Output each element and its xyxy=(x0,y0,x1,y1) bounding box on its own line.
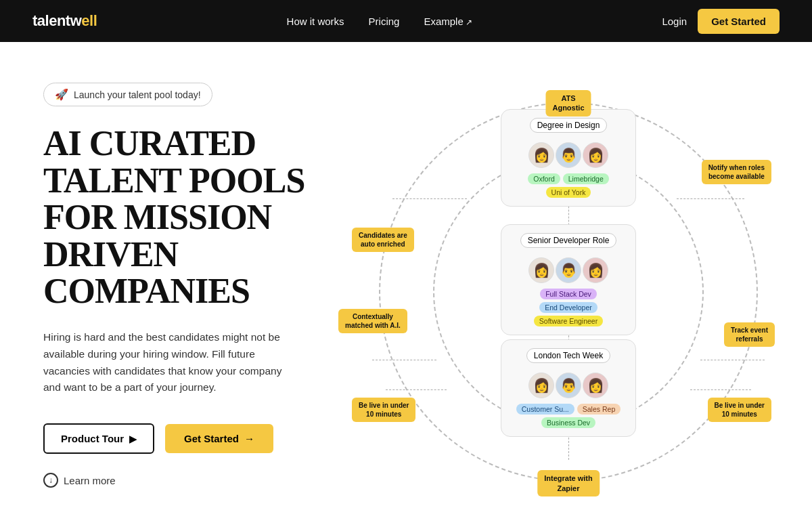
line-top-left xyxy=(392,198,467,199)
hero-title: AI CURATED TALENT POOLS FOR MISSION DRIV… xyxy=(43,125,368,310)
avatar-5: 👨 xyxy=(556,257,581,283)
line-mid-right xyxy=(700,360,765,360)
tag-customer-su: Customer Su... xyxy=(516,404,574,415)
card-developer-avatars: 👩 👨 👩 xyxy=(512,257,625,283)
card-london-title: London Tech Week xyxy=(526,348,610,363)
avatar-6: 👩 xyxy=(583,257,608,283)
learn-more-link[interactable]: ↓ Learn more xyxy=(43,473,368,488)
tag-end-dev: End Developer xyxy=(539,302,597,313)
down-arrow-icon: ↓ xyxy=(43,473,58,488)
card-design-tags: Oxford Limebridge Uni of York xyxy=(512,173,625,198)
product-tour-button[interactable]: Product Tour ▶ xyxy=(43,423,154,454)
nav-example[interactable]: Example xyxy=(424,16,472,27)
line-bot-left xyxy=(386,389,447,390)
product-tour-label: Product Tour xyxy=(61,433,124,444)
avatar-7: 👩 xyxy=(528,373,554,398)
card-developer: Senior Developer Role 👩 👨 👩 Full Stack D… xyxy=(501,224,636,335)
right-column: Degree in Design 👩 👨 👩 Oxford Limebridge… xyxy=(368,76,769,508)
avatar-8: 👨 xyxy=(556,373,581,398)
label-be-live-bot: Be live in under10 minutes xyxy=(352,398,415,422)
label-contextually: Contextuallymatched with A.I. xyxy=(338,309,407,333)
main-content: 🚀 Launch your talent pool today! AI CURA… xyxy=(0,42,812,508)
play-icon: ▶ xyxy=(129,433,137,444)
label-be-live-top: Be live in under10 minutes xyxy=(708,398,771,422)
avatar-1: 👩 xyxy=(528,142,554,168)
avatar-2: 👨 xyxy=(556,142,581,168)
label-candidates-enriched: Candidates areauto enriched xyxy=(352,228,414,252)
tag-oxford: Oxford xyxy=(528,173,560,184)
cta-buttons: Product Tour ▶ Get Started → xyxy=(43,423,368,454)
nav-right: Login Get Started xyxy=(662,9,780,34)
tag-fullstack: Full Stack Dev xyxy=(540,289,597,299)
navbar: talentwell How it works Pricing Example … xyxy=(0,0,812,42)
tag-business-dev: Business Dev xyxy=(541,417,595,428)
nav-pricing[interactable]: Pricing xyxy=(369,16,400,27)
login-button[interactable]: Login xyxy=(662,16,687,27)
avatar-4: 👩 xyxy=(528,257,554,283)
label-ats: ATSAgnostic xyxy=(545,90,591,117)
tag-sales-rep: Sales Rep xyxy=(577,404,621,415)
nav-links: How it works Pricing Example xyxy=(287,16,473,27)
tag-uni-york: Uni of York xyxy=(546,187,591,198)
get-started-main-button[interactable]: Get Started → xyxy=(165,424,273,453)
line-bot-right xyxy=(690,389,751,390)
avatar-9: 👩 xyxy=(583,373,608,398)
label-track-referrals: Track eventreferrals xyxy=(724,322,775,347)
nav-how-it-works[interactable]: How it works xyxy=(287,16,344,27)
label-notify: Notify when rolesbecome available xyxy=(702,160,771,184)
card-design-avatars: 👩 👨 👩 xyxy=(512,142,625,168)
logo[interactable]: talentwell xyxy=(32,12,97,30)
card-london-tags: Customer Su... Sales Rep Business Dev xyxy=(512,404,625,428)
rocket-icon: 🚀 xyxy=(55,88,68,101)
tag-software-eng: Software Engineer xyxy=(534,316,603,326)
label-integrate: Integrate withZapier xyxy=(537,470,600,496)
hero-subtitle: Hiring is hard and the best candidates m… xyxy=(43,329,294,396)
card-developer-tags: Full Stack Dev End Developer Software En… xyxy=(512,289,625,326)
card-developer-title: Senior Developer Role xyxy=(520,233,617,248)
get-started-nav-button[interactable]: Get Started xyxy=(698,9,780,34)
get-started-label: Get Started xyxy=(184,433,239,444)
diagram-container: Degree in Design 👩 👨 👩 Oxford Limebridge… xyxy=(372,82,765,502)
card-london-avatars: 👩 👨 👩 xyxy=(512,373,625,398)
learn-more-label: Learn more xyxy=(64,475,116,486)
card-design: Degree in Design 👩 👨 👩 Oxford Limebridge… xyxy=(501,109,636,207)
left-column: 🚀 Launch your talent pool today! AI CURA… xyxy=(43,76,368,508)
avatar-3: 👩 xyxy=(583,142,608,168)
badge-text: Launch your talent pool today! xyxy=(74,89,201,100)
arrow-right-icon: → xyxy=(244,433,254,444)
card-london: London Tech Week 👩 👨 👩 Customer Su... Sa… xyxy=(501,339,636,437)
line-top-right xyxy=(677,198,744,199)
line-mid-left xyxy=(372,360,436,360)
tag-limebridge: Limebridge xyxy=(563,173,609,184)
launch-badge: 🚀 Launch your talent pool today! xyxy=(43,83,212,106)
card-design-title: Degree in Design xyxy=(530,118,608,133)
